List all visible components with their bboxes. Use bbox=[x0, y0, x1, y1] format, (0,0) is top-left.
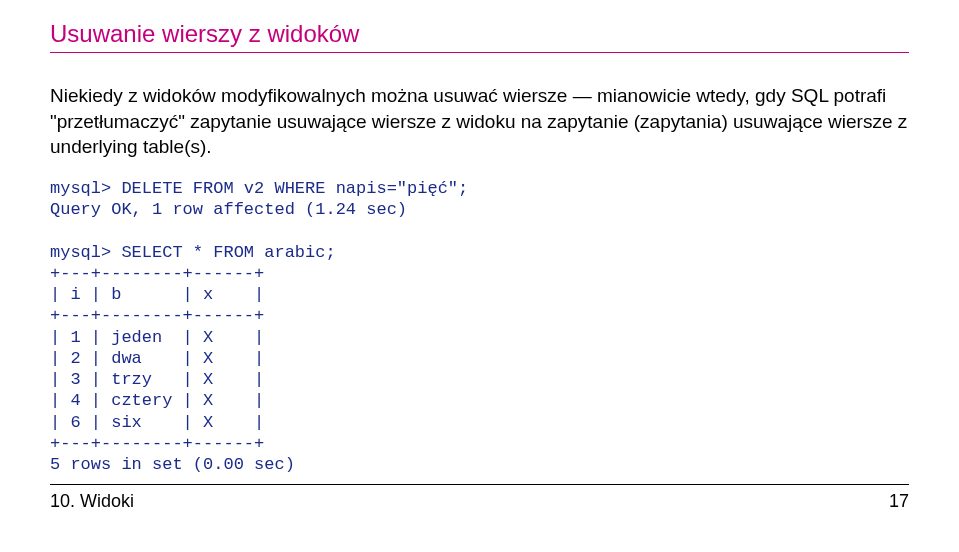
heading-underline bbox=[50, 52, 909, 53]
code-block: mysql> DELETE FROM v2 WHERE napis="pięć"… bbox=[50, 178, 909, 476]
footer-page-number: 17 bbox=[889, 491, 909, 512]
page-footer: 10. Widoki 17 bbox=[50, 484, 909, 512]
body-paragraph: Niekiedy z widoków modyfikowalnych można… bbox=[50, 83, 909, 160]
footer-chapter: 10. Widoki bbox=[50, 491, 134, 512]
section-heading: Usuwanie wierszy z widoków bbox=[50, 20, 909, 48]
